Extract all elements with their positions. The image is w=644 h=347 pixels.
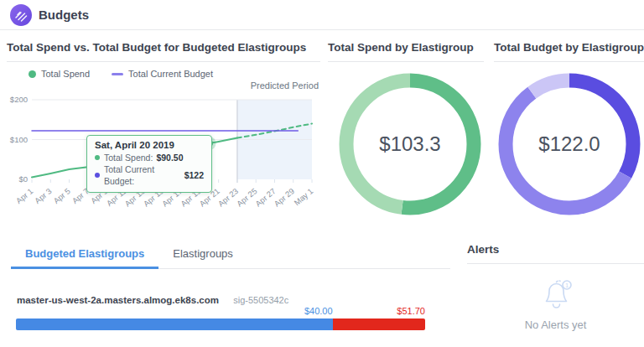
total-budget-title: Total Budget by Elastigroup (494, 37, 644, 54)
svg-text:$200: $200 (10, 95, 28, 104)
elastigroup-name: master-us-west-2a.masters.almog.ek8s.com (17, 295, 219, 305)
page-header: Budgets (0, 0, 644, 30)
chart-legend: Total Spend Total Current Budget (29, 69, 213, 79)
tab-budgeted-elastigroups[interactable]: Budgeted Elastigroups (11, 241, 158, 269)
total-budget-panel: Total Budget by Elastigroup $122.0 (494, 37, 644, 240)
elastigroup-row[interactable]: master-us-west-2a.masters.almog.ek8s.com… (17, 295, 288, 305)
svg-text:Apr 25: Apr 25 (235, 186, 259, 208)
total-spend-value: $103.3 (379, 132, 440, 155)
svg-text:Apr 27: Apr 27 (253, 186, 278, 208)
panel-divider (328, 61, 484, 62)
bar-spent-segment (16, 319, 333, 330)
svg-text:$100: $100 (10, 135, 28, 144)
tooltip-spend-row: Total Spend: $90.50 (95, 152, 204, 163)
panel-divider (7, 61, 320, 62)
elastigroups-section: Budgeted Elastigroups Elastigroups maste… (0, 240, 450, 347)
predicted-period-label: Predicted Period (251, 80, 319, 91)
total-budget-marker-icon (112, 73, 123, 75)
spend-vs-budget-title: Total Spend vs. Total Budget for Budgete… (7, 37, 320, 54)
spend-bullet-icon (95, 155, 100, 160)
alerts-title: Alerts (467, 240, 644, 256)
tooltip-date: Sat, April 20 2019 (95, 140, 204, 150)
svg-text:$0: $0 (18, 174, 28, 184)
page-title: Budgets (39, 0, 89, 30)
bar-labels: $40.00 $51.70 (16, 306, 425, 317)
tooltip-budget-row: Total Current Budget: $122 (95, 163, 204, 187)
elastigroup-sig-id: sig-5505342c (233, 295, 288, 305)
tooltip-spend-label: Total Spend: (104, 152, 153, 163)
legend-item-total-spend[interactable]: Total Spend (29, 69, 90, 79)
svg-text:Apr 29: Apr 29 (272, 186, 296, 208)
panel-divider (467, 263, 644, 264)
legend-label: Total Current Budget (128, 69, 213, 79)
svg-text:May 1: May 1 (292, 186, 314, 207)
tooltip-budget-value: $122 (184, 169, 204, 181)
total-amount-label: $51.70 (397, 306, 425, 316)
budgets-page: Budgets Total Spend vs. Total Budget for… (0, 0, 644, 347)
tab-elastigroups[interactable]: Elastigroups (158, 241, 247, 269)
total-budget-value: $122.0 (538, 132, 600, 155)
spotinst-logo-icon (10, 4, 32, 26)
total-spend-marker-icon (29, 70, 36, 78)
budget-bullet-icon (95, 173, 100, 178)
alerts-panel: Alerts 1 No Alerts yet (467, 240, 644, 347)
budget-usage-bar[interactable] (16, 319, 425, 330)
total-spend-title: Total Spend by Elastigroup (328, 37, 484, 54)
total-spend-panel: Total Spend by Elastigroup $103.3 (328, 37, 484, 240)
chart-tooltip: Sat, April 20 2019 Total Spend: $90.50 T… (86, 135, 212, 193)
panel-divider (494, 61, 644, 62)
svg-text:Apr 23: Apr 23 (216, 186, 241, 208)
no-alerts-text: No Alerts yet (467, 319, 644, 331)
bell-icon: 1 (532, 275, 579, 313)
legend-item-total-budget[interactable]: Total Current Budget (112, 69, 213, 79)
tooltip-budget-label: Total Current Budget: (104, 163, 181, 187)
svg-text:Apr 1: Apr 1 (14, 186, 34, 205)
tabs-bar: Budgeted Elastigroups Elastigroups (11, 241, 450, 269)
bar-overage-segment (333, 319, 425, 330)
spent-amount-label: $40.00 (304, 306, 333, 316)
total-spend-donut-chart[interactable]: $103.3 (338, 72, 482, 216)
spend-vs-budget-panel: Total Spend vs. Total Budget for Budgete… (7, 37, 320, 240)
svg-text:Apr 5: Apr 5 (51, 186, 71, 205)
total-budget-donut-chart[interactable]: $122.0 (497, 72, 641, 216)
legend-label: Total Spend (41, 69, 90, 79)
bell-badge-count: 1 (564, 282, 568, 289)
tooltip-spend-value: $90.50 (156, 152, 183, 163)
svg-text:Apr 3: Apr 3 (33, 186, 53, 205)
